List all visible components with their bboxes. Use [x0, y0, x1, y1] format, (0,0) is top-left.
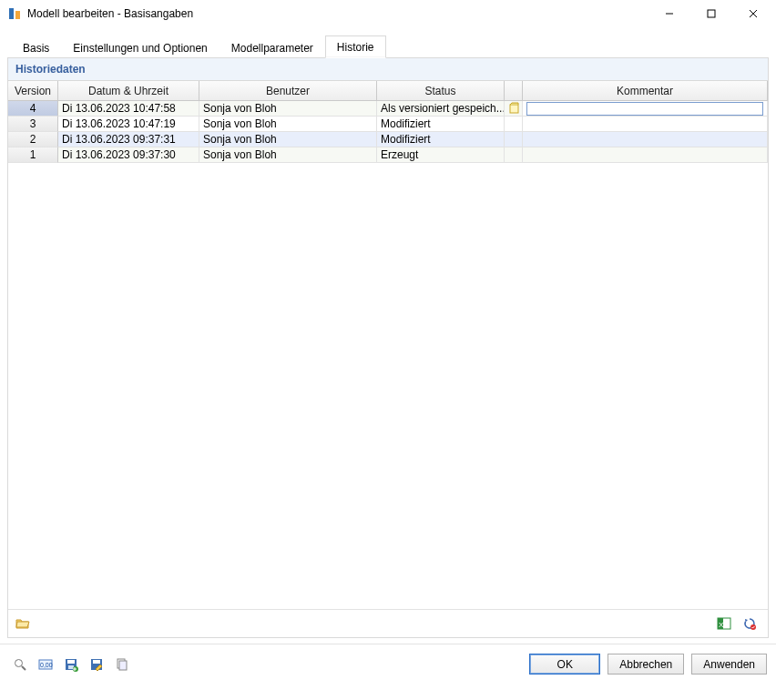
tab-historie[interactable]: Historie: [325, 36, 386, 58]
cell-note-icon: [505, 132, 523, 147]
cell-note-icon: [505, 147, 523, 163]
reset-button[interactable]: [739, 614, 761, 634]
cell-status: Modifiziert: [377, 132, 505, 147]
decimal-icon: 0,00: [38, 657, 53, 672]
cell-version: 2: [8, 132, 58, 147]
cell-status: Erzeugt: [377, 147, 505, 163]
section-title: Historiedaten: [15, 63, 86, 76]
cell-status: Als versioniert gespeich...: [377, 101, 505, 117]
col-header-benutzer[interactable]: Benutzer: [199, 81, 377, 100]
cancel-button[interactable]: Abbrechen: [608, 654, 684, 675]
table-row[interactable]: 3 Di 13.06.2023 10:47:19 Sonja von Bloh …: [8, 117, 768, 132]
cell-benutzer: Sonja von Bloh: [199, 147, 377, 163]
clipboard-icon: [115, 657, 129, 672]
cell-version: 1: [8, 147, 58, 163]
tab-einstellungen[interactable]: Einstellungen und Optionen: [61, 36, 219, 58]
floppy-edit-icon: [89, 657, 104, 672]
cell-datum: Di 13.06.2023 09:37:31: [58, 132, 199, 147]
svg-text:X: X: [719, 621, 724, 629]
app-icon: [7, 6, 22, 21]
maximize-button[interactable]: [690, 0, 732, 27]
cell-kommentar[interactable]: [523, 147, 768, 163]
copy-button[interactable]: [111, 654, 133, 675]
svg-rect-23: [119, 661, 127, 670]
svg-rect-17: [67, 660, 75, 664]
close-button[interactable]: [732, 0, 774, 27]
apply-button[interactable]: Anwenden: [691, 654, 767, 675]
cell-benutzer: Sonja von Bloh: [199, 132, 377, 147]
window-title: Modell bearbeiten - Basisangaben: [27, 7, 648, 20]
floppy-icon: [64, 657, 78, 672]
svg-rect-3: [708, 10, 715, 17]
cell-kommentar[interactable]: [523, 101, 768, 117]
cell-datum: Di 13.06.2023 10:47:19: [58, 117, 199, 132]
cell-datum: Di 13.06.2023 10:47:58: [58, 101, 199, 117]
cell-version: 4: [8, 101, 58, 117]
cell-datum: Di 13.06.2023 09:37:30: [58, 147, 199, 163]
svg-rect-0: [9, 8, 14, 19]
cell-version: 3: [8, 117, 58, 132]
table-row[interactable]: 2 Di 13.06.2023 09:37:31 Sonja von Bloh …: [8, 132, 768, 147]
col-header-status[interactable]: Status: [377, 81, 505, 100]
kommentar-input[interactable]: [526, 102, 763, 116]
save-as-button[interactable]: [86, 654, 107, 675]
dialog-footer: 0,00 OK Abbrechen Anwenden: [0, 644, 776, 684]
grid-toolbar: X: [8, 609, 768, 637]
save-button[interactable]: [60, 654, 82, 675]
tab-label: Historie: [337, 41, 374, 54]
excel-icon: X: [717, 616, 731, 631]
col-header-version[interactable]: Version: [8, 81, 58, 100]
table-row[interactable]: 1 Di 13.06.2023 09:37:30 Sonja von Bloh …: [8, 147, 768, 163]
tab-label: Einstellungen und Optionen: [73, 42, 207, 55]
svg-rect-1: [15, 11, 20, 19]
table-row[interactable]: 4 Di 13.06.2023 10:47:58 Sonja von Bloh …: [8, 101, 768, 117]
help-button[interactable]: [9, 654, 31, 675]
tabstrip: Basis Einstellungen und Optionen Modellp…: [7, 35, 769, 58]
ok-button[interactable]: OK: [529, 654, 600, 675]
units-button[interactable]: 0,00: [35, 654, 56, 675]
svg-marker-10: [745, 619, 748, 623]
section-header: Historiedaten: [7, 58, 769, 81]
tab-modellparameter[interactable]: Modellparameter: [220, 36, 325, 58]
tab-label: Modellparameter: [231, 42, 313, 55]
svg-text:0,00: 0,00: [40, 662, 53, 668]
minimize-button[interactable]: [648, 0, 690, 27]
titlebar: Modell bearbeiten - Basisangaben: [0, 0, 776, 27]
svg-line-13: [22, 666, 26, 670]
cell-benutzer: Sonja von Bloh: [199, 101, 377, 117]
cell-kommentar[interactable]: [523, 132, 768, 147]
cell-status: Modifiziert: [377, 117, 505, 132]
col-header-datum[interactable]: Datum & Uhrzeit: [58, 81, 199, 100]
window-controls: [648, 0, 774, 27]
svg-rect-6: [510, 105, 518, 113]
cell-benutzer: Sonja von Bloh: [199, 117, 377, 132]
col-header-icon[interactable]: [505, 81, 523, 100]
folder-open-icon: [15, 616, 30, 631]
cell-kommentar[interactable]: [523, 117, 768, 132]
cell-note-icon: [505, 101, 523, 117]
svg-rect-21: [93, 660, 100, 664]
grid-header-row: Version Datum & Uhrzeit Benutzer Status …: [8, 81, 768, 101]
reset-icon: [742, 616, 757, 631]
magnifier-icon: [13, 657, 27, 672]
open-folder-button[interactable]: [12, 614, 34, 634]
col-header-kommentar[interactable]: Kommentar: [523, 81, 768, 100]
history-grid: Version Datum & Uhrzeit Benutzer Status …: [7, 81, 769, 638]
grid-body: 4 Di 13.06.2023 10:47:58 Sonja von Bloh …: [8, 101, 768, 609]
tab-label: Basis: [23, 42, 49, 55]
note-icon: [507, 102, 520, 115]
tab-basis[interactable]: Basis: [11, 36, 61, 58]
cell-note-icon: [505, 117, 523, 132]
svg-point-12: [15, 659, 23, 666]
export-excel-button[interactable]: X: [713, 614, 735, 634]
